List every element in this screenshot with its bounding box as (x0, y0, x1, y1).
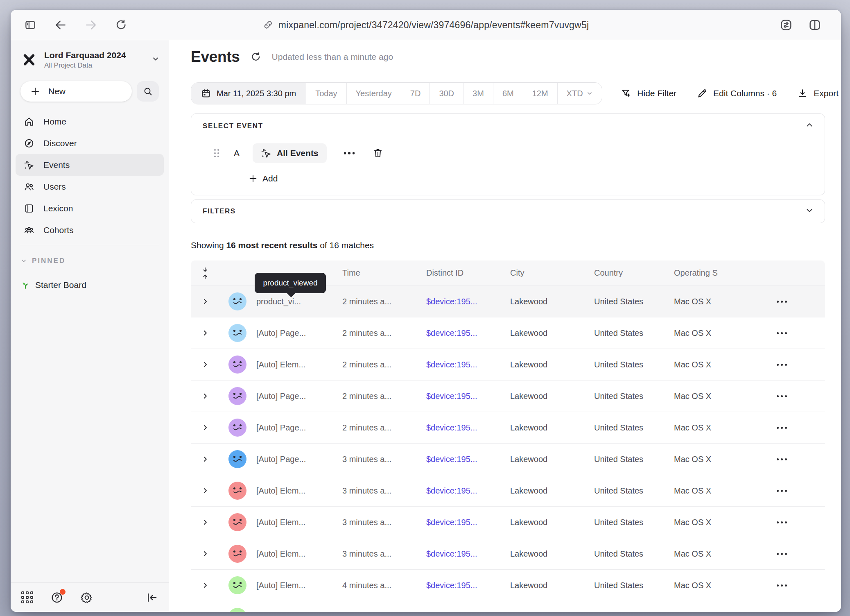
distinct-id-link[interactable]: $device:195... (426, 423, 510, 433)
table-row[interactable] (191, 601, 825, 612)
sidebar-item-cohorts[interactable]: Cohorts (16, 219, 164, 241)
expand-row-icon[interactable] (201, 424, 209, 431)
add-event-button[interactable]: Add (249, 174, 278, 183)
table-row[interactable]: [Auto] Elem... 3 minutes a... $device:19… (191, 475, 825, 507)
distinct-id-link[interactable]: $device:195... (426, 486, 510, 496)
expand-row-icon[interactable] (201, 298, 209, 305)
distinct-id-link[interactable]: $device:195... (426, 455, 510, 464)
time-cell: 3 minutes a... (342, 518, 426, 527)
table-row[interactable]: [Auto] Elem... 4 minutes a... $device:19… (191, 570, 825, 601)
column-header-time: Time (342, 268, 426, 278)
pinned-section-header[interactable]: PINNED (20, 255, 66, 267)
range-3m[interactable]: 3M (463, 83, 493, 104)
help-icon[interactable] (50, 591, 63, 604)
expand-row-icon[interactable] (201, 582, 209, 589)
table-row[interactable]: [Auto] Elem... 3 minutes a... $device:19… (191, 538, 825, 570)
chevron-down-icon[interactable] (805, 206, 814, 217)
range-today[interactable]: Today (306, 83, 346, 104)
expand-row-icon[interactable] (201, 487, 209, 494)
apps-grid-icon[interactable] (21, 591, 33, 603)
event-selector-pill[interactable]: All Events (253, 143, 327, 163)
sidebar-item-users[interactable]: Users (16, 176, 164, 197)
distinct-id-link[interactable]: $device:195... (426, 581, 510, 590)
sidebar-item-events[interactable]: Events (16, 154, 164, 176)
sidebar-toggle-icon[interactable] (21, 16, 39, 34)
chevron-up-icon[interactable] (805, 120, 814, 131)
back-icon[interactable] (52, 16, 70, 34)
city-cell: Lakewood (510, 392, 594, 401)
range-yesterday[interactable]: Yesterday (347, 83, 401, 104)
settings-gear-icon[interactable] (81, 591, 93, 604)
range-30d[interactable]: 30D (430, 83, 463, 104)
trash-icon[interactable] (373, 148, 383, 159)
table-row[interactable]: [Auto] Page... 2 minutes a... $device:19… (191, 317, 825, 349)
column-header-os: Operating S (674, 268, 766, 278)
address-bar[interactable]: mixpanel.com/project/3472420/view/397469… (263, 19, 589, 30)
row-actions-icon[interactable] (777, 490, 825, 492)
row-actions-icon[interactable] (777, 427, 825, 429)
os-cell: Mac OS X (674, 518, 766, 527)
new-button[interactable]: New (20, 81, 132, 102)
reader-options-icon[interactable] (777, 16, 795, 34)
country-cell: United States (594, 423, 674, 433)
sidebar-item-lexicon[interactable]: Lexicon (16, 197, 164, 219)
distinct-id-link[interactable]: $device:195... (426, 297, 510, 306)
distinct-id-link[interactable]: $device:195... (426, 328, 510, 338)
refresh-icon[interactable] (251, 52, 261, 62)
select-event-panel: SELECT EVENT A All Events (191, 113, 825, 195)
sidebar-item-label: Discover (43, 138, 77, 148)
range-12m[interactable]: 12M (523, 83, 558, 104)
plus-icon (30, 86, 40, 96)
distinct-id-link[interactable]: $device:195... (426, 549, 510, 559)
reload-icon[interactable] (112, 16, 130, 34)
row-actions-icon[interactable] (777, 584, 825, 587)
export-button[interactable]: Export (797, 88, 839, 99)
expand-row-icon[interactable] (201, 455, 209, 463)
range-6m[interactable]: 6M (493, 83, 523, 104)
table-row[interactable]: [Auto] Page... 2 minutes a... $device:19… (191, 380, 825, 412)
project-switcher[interactable]: Lord Farquaad 2024 All Project Data (20, 47, 162, 73)
collapse-rows-icon[interactable] (201, 267, 209, 280)
distinct-id-link[interactable]: $device:195... (426, 360, 510, 369)
row-actions-icon[interactable] (777, 364, 825, 366)
event-avatar (228, 513, 246, 531)
drag-handle[interactable] (214, 149, 219, 157)
expand-row-icon[interactable] (201, 519, 209, 526)
distinct-id-link[interactable]: $device:195... (426, 392, 510, 401)
row-actions-icon[interactable] (777, 332, 825, 334)
event-name-cell: [Auto] Page... (256, 392, 342, 401)
row-actions-icon[interactable] (777, 458, 825, 460)
collapse-sidebar-icon[interactable] (146, 591, 158, 604)
table-row[interactable]: [Auto] Page... 2 minutes a... $device:19… (191, 412, 825, 444)
distinct-id-link[interactable]: $device:195... (426, 518, 510, 527)
sidebar-item-starter-board[interactable]: Starter Board (20, 277, 86, 293)
more-options-icon[interactable] (344, 152, 355, 154)
event-spark-icon (24, 160, 34, 170)
chevron-down-icon (20, 258, 27, 264)
sidebar-item-home[interactable]: Home (16, 111, 164, 132)
table-row[interactable]: [Auto] Page... 3 minutes a... $device:19… (191, 444, 825, 475)
edit-columns-button[interactable]: Edit Columns · 6 (697, 88, 777, 99)
table-row[interactable]: [Auto] Elem... 2 minutes a... $device:19… (191, 349, 825, 380)
expand-row-icon[interactable] (201, 550, 209, 557)
row-actions-icon[interactable] (777, 553, 825, 555)
row-actions-icon[interactable] (777, 301, 825, 303)
expand-row-icon[interactable] (201, 361, 209, 368)
range-xtd[interactable]: XTD (558, 83, 602, 104)
expand-row-icon[interactable] (201, 392, 209, 400)
split-view-icon[interactable] (806, 16, 824, 34)
hide-filter-button[interactable]: Hide Filter (621, 88, 676, 99)
search-button[interactable] (137, 81, 159, 102)
event-avatar (228, 608, 246, 612)
row-actions-icon[interactable] (777, 521, 825, 523)
row-actions-icon[interactable] (777, 395, 825, 397)
sidebar-item-label: Users (43, 182, 66, 192)
sidebar-item-discover[interactable]: Discover (16, 132, 164, 154)
events-table: Time Distinct ID City Country Operating … (191, 260, 825, 612)
range-7d[interactable]: 7D (401, 83, 430, 104)
chevron-down-icon (586, 90, 593, 97)
expand-row-icon[interactable] (201, 329, 209, 337)
forward-icon[interactable] (82, 16, 100, 34)
date-picker-button[interactable]: Mar 11, 2025 3:30 pm (191, 83, 306, 104)
table-row[interactable]: [Auto] Elem... 3 minutes a... $device:19… (191, 507, 825, 538)
